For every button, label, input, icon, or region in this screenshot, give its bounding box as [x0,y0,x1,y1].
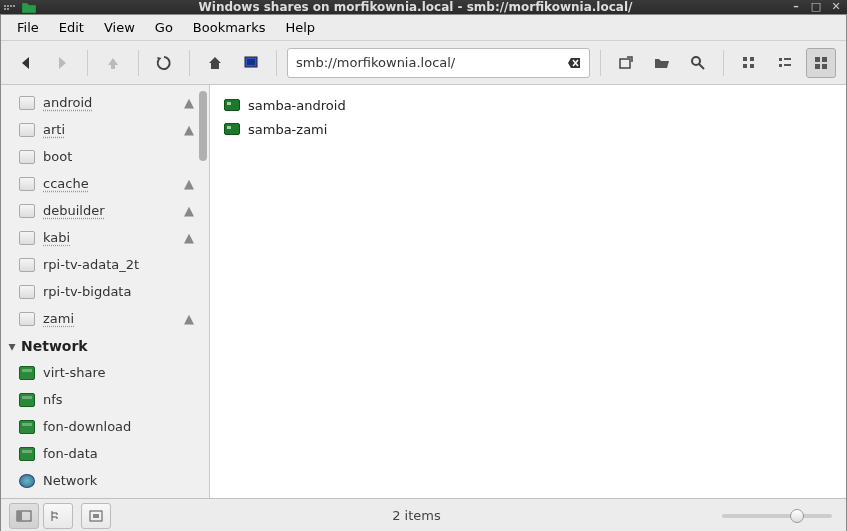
network-folder-icon [19,420,35,434]
tree-panel-button[interactable] [43,503,73,529]
sidebar-item-android[interactable]: android▲ [1,89,209,116]
menu-bookmarks[interactable]: Bookmarks [183,17,276,38]
window-title: Windows shares on morfikownia.local - sm… [42,0,789,14]
eject-icon[interactable]: ▲ [181,176,197,191]
svg-rect-1 [247,59,255,65]
eject-icon[interactable]: ▲ [181,311,197,326]
sidebar-section-network[interactable]: ▾Network [1,332,209,359]
menu-file[interactable]: File [7,17,49,38]
sidebar-item-fon-data[interactable]: fon-data [1,440,209,467]
svg-rect-13 [822,64,827,69]
sidebar-item-boot[interactable]: boot [1,143,209,170]
share-folder-icon [224,123,240,135]
network-folder-icon [19,366,35,380]
sidebar-item-virt-share[interactable]: virt-share [1,359,209,386]
window-handle-icon[interactable] [4,5,16,10]
sidebar-item-zami[interactable]: zami▲ [1,305,209,332]
statusbar: 2 items [1,498,846,531]
status-text: 2 items [111,508,722,523]
svg-rect-4 [743,57,747,61]
file-item-samba-android[interactable]: samba-android [220,93,836,117]
network-globe-icon [19,474,35,488]
svg-rect-5 [750,57,754,61]
svg-rect-9 [779,64,782,67]
eject-icon[interactable]: ▲ [181,203,197,218]
new-tab-button[interactable] [611,48,641,78]
app-icon [22,1,36,13]
sidebar-item-nfs[interactable]: nfs [1,386,209,413]
sidebar-item-rpi-tv-bigdata[interactable]: rpi-tv-bigdata [1,278,209,305]
sidebar-item-rpi-tv-adata[interactable]: rpi-tv-adata_2t [1,251,209,278]
sidebar: android▲ arti▲ boot ccache▲ debuilder▲ k… [1,85,210,498]
drive-icon [19,285,35,299]
menu-go[interactable]: Go [145,17,183,38]
computer-button[interactable] [236,48,266,78]
expand-icon: ▾ [5,338,19,354]
search-button[interactable] [683,48,713,78]
drive-icon [19,231,35,245]
sidebar-item-network[interactable]: Network [1,467,209,494]
sidebar-item-ccache[interactable]: ccache▲ [1,170,209,197]
eject-icon[interactable]: ▲ [181,122,197,137]
eject-icon[interactable]: ▲ [181,230,197,245]
content-pane[interactable]: samba-android samba-zami [210,85,846,498]
drive-icon [19,258,35,272]
drive-icon [19,150,35,164]
home-button[interactable] [200,48,230,78]
forward-button[interactable] [47,48,77,78]
reload-button[interactable] [149,48,179,78]
share-folder-icon [224,99,240,111]
maximize-button[interactable]: □ [809,0,823,14]
zoom-knob[interactable] [790,509,804,523]
zoom-slider[interactable] [722,514,832,518]
svg-rect-6 [743,64,747,68]
menubar: File Edit View Go Bookmarks Help [1,15,846,41]
places-panel-button[interactable] [9,503,39,529]
sidebar-scrollbar[interactable] [197,85,209,498]
svg-rect-12 [815,64,820,69]
svg-rect-17 [93,514,99,518]
menu-edit[interactable]: Edit [49,17,94,38]
drive-icon [19,204,35,218]
view-grid-button[interactable] [734,48,764,78]
titlebar: Windows shares on morfikownia.local - sm… [0,0,847,14]
sidebar-item-kabi[interactable]: kabi▲ [1,224,209,251]
extra-panel-button[interactable] [81,503,111,529]
svg-rect-2 [620,59,630,68]
clear-address-icon[interactable] [567,56,581,70]
view-compact-button[interactable] [806,48,836,78]
svg-point-3 [692,57,700,65]
view-list-button[interactable] [770,48,800,78]
menu-view[interactable]: View [94,17,145,38]
up-button[interactable] [98,48,128,78]
sidebar-item-debuilder[interactable]: debuilder▲ [1,197,209,224]
sidebar-item-arti[interactable]: arti▲ [1,116,209,143]
file-item-samba-zami[interactable]: samba-zami [220,117,836,141]
sidebar-item-fon-download[interactable]: fon-download [1,413,209,440]
svg-rect-10 [815,57,820,62]
network-folder-icon [19,447,35,461]
svg-rect-11 [822,57,827,62]
drive-icon [19,177,35,191]
menu-help[interactable]: Help [275,17,325,38]
address-text: smb://morfikownia.local/ [296,55,567,70]
close-button[interactable]: ✕ [829,0,843,14]
address-bar[interactable]: smb://morfikownia.local/ [287,48,590,78]
open-folder-button[interactable] [647,48,677,78]
drive-icon [19,312,35,326]
network-folder-icon [19,393,35,407]
back-button[interactable] [11,48,41,78]
toolbar: smb://morfikownia.local/ [1,41,846,85]
drive-icon [19,123,35,137]
svg-rect-8 [779,58,782,61]
svg-rect-7 [750,64,754,68]
minimize-button[interactable]: – [789,0,803,14]
svg-rect-15 [17,511,22,521]
drive-icon [19,96,35,110]
eject-icon[interactable]: ▲ [181,95,197,110]
